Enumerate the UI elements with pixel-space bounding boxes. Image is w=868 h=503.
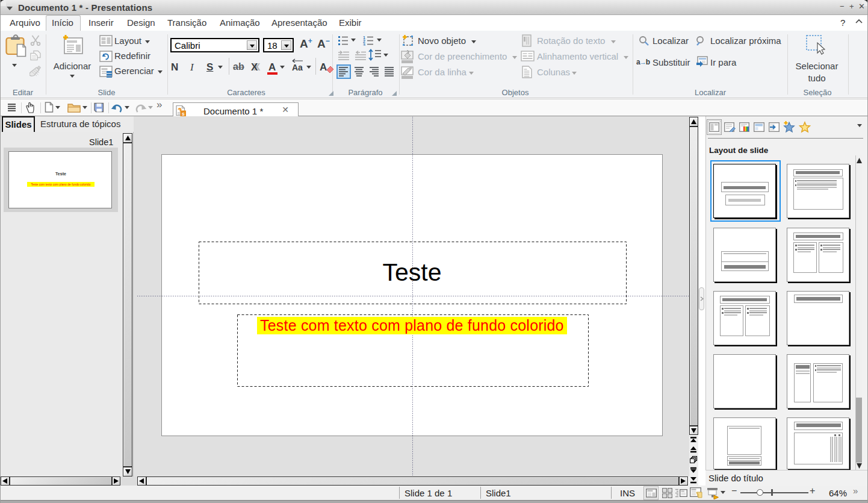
svg-text:3: 3 [363,43,365,46]
svg-text:s: s [182,111,185,117]
